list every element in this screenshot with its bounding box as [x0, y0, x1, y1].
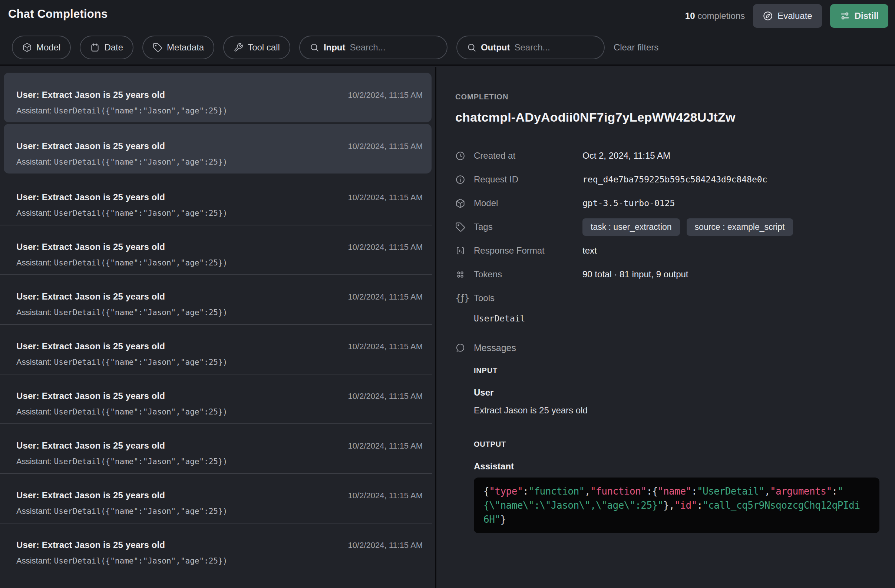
input-search-pill[interactable]: Input	[299, 36, 448, 59]
assistant-tool-call-code: {"type":"function","function":{"name":"U…	[474, 477, 880, 533]
clear-filters-button[interactable]: Clear filters	[614, 42, 658, 53]
list-item-user-text: User: Extract Jason is 25 years old	[16, 291, 165, 302]
output-heading: OUTPUT	[474, 440, 880, 449]
tag-chips: task : user_extraction source : example_…	[583, 218, 793, 236]
field-request-id: Request ID req_d4e7ba759225b595c584243d9…	[455, 168, 880, 191]
tag-icon	[455, 222, 474, 232]
completion-list-item[interactable]: User: Extract Jason is 25 years old 10/2…	[0, 423, 435, 473]
completion-list-item[interactable]: User: Extract Jason is 25 years old 10/2…	[0, 523, 435, 573]
filter-date-label: Date	[104, 42, 123, 53]
distill-label: Distill	[855, 11, 879, 21]
header-actions: 10 completions Evaluate Distill	[685, 4, 888, 28]
list-item-header: User: Extract Jason is 25 years old 10/2…	[16, 192, 423, 202]
search-icon	[309, 42, 319, 52]
completion-id-title: chatcmpl-ADyAodii0NF7ig7yLepWW428UJtZw	[455, 110, 880, 124]
function-braces-icon: {ƒ}	[455, 293, 474, 303]
response-format-value: text	[583, 246, 597, 256]
list-item-header: User: Extract Jason is 25 years old 10/2…	[16, 540, 423, 550]
field-model: Model gpt-3.5-turbo-0125	[455, 191, 880, 215]
list-item-assistant-text: Assistant: UserDetail({"name":"Jason","a…	[16, 258, 423, 268]
page-title: Chat Completions	[8, 8, 108, 21]
tag-chip: source : example_script	[687, 218, 793, 236]
input-search-field[interactable]	[350, 42, 437, 53]
completion-list-item[interactable]: User: Extract Jason is 25 years old 10/2…	[0, 473, 435, 523]
filter-tool-call-label: Tool call	[248, 42, 280, 53]
completion-list-item[interactable]: User: Extract Jason is 25 years old 10/2…	[4, 124, 432, 174]
list-item-assistant-text: Assistant: UserDetail({"name":"Jason","a…	[16, 407, 423, 417]
chat-bubble-icon	[455, 343, 474, 353]
filter-metadata[interactable]: Metadata	[143, 36, 214, 59]
filter-model[interactable]: Model	[12, 36, 71, 59]
header: Chat Completions 10 completions Evaluate…	[0, 0, 895, 66]
list-item-user-text: User: Extract Jason is 25 years old	[16, 90, 165, 100]
list-item-header: User: Extract Jason is 25 years old 10/2…	[16, 291, 423, 302]
list-item-timestamp: 10/2/2024, 11:15 AM	[348, 142, 423, 151]
input-heading: INPUT	[474, 366, 880, 375]
filter-model-label: Model	[36, 42, 61, 53]
list-item-header: User: Extract Jason is 25 years old 10/2…	[16, 341, 423, 352]
input-search-label: Input	[324, 42, 346, 53]
wrench-icon	[234, 42, 243, 52]
list-item-assistant-text: Assistant: UserDetail({"name":"Jason","a…	[16, 308, 423, 317]
field-label: Tags	[474, 222, 583, 232]
list-item-header: User: Extract Jason is 25 years old 10/2…	[16, 391, 423, 401]
completion-list-item[interactable]: User: Extract Jason is 25 years old 10/2…	[0, 374, 435, 423]
list-item-timestamp: 10/2/2024, 11:15 AM	[348, 441, 423, 451]
list-item-timestamp: 10/2/2024, 11:15 AM	[348, 342, 423, 352]
filter-bar: Model Date Metadata Tool call Input	[12, 36, 658, 59]
search-icon	[467, 42, 476, 52]
completion-fields: Created at Oct 2, 2024, 11:15 AM Request…	[455, 144, 880, 323]
tag-icon	[153, 42, 162, 52]
messages-content: INPUT User Extract Jason is 25 years old…	[474, 366, 880, 533]
completion-list-item[interactable]: User: Extract Jason is 25 years old 10/2…	[0, 274, 435, 324]
completion-list-item[interactable]: User: Extract Jason is 25 years old 10/2…	[0, 324, 435, 374]
code-brackets-icon	[455, 246, 474, 256]
created-at-value: Oct 2, 2024, 11:15 AM	[583, 150, 670, 161]
messages-section-header: Messages	[455, 340, 880, 355]
output-search-label: Output	[481, 42, 510, 53]
field-label: Tokens	[474, 269, 583, 280]
dots-grid-icon	[455, 270, 474, 280]
list-item-user-text: User: Extract Jason is 25 years old	[16, 391, 165, 401]
model-value: gpt-3.5-turbo-0125	[583, 199, 675, 208]
field-created-at: Created at Oct 2, 2024, 11:15 AM	[455, 144, 880, 168]
field-label: Request ID	[474, 174, 583, 185]
list-item-timestamp: 10/2/2024, 11:15 AM	[348, 391, 423, 401]
list-item-timestamp: 10/2/2024, 11:15 AM	[348, 541, 423, 550]
completions-list: User: Extract Jason is 25 years old 10/2…	[0, 67, 435, 588]
list-item-assistant-text: Assistant: UserDetail({"name":"Jason","a…	[16, 506, 423, 516]
output-search-pill[interactable]: Output	[457, 36, 605, 59]
evaluate-button[interactable]: Evaluate	[753, 4, 822, 28]
tokens-value: 90 total · 81 input, 9 output	[583, 269, 689, 280]
filter-metadata-label: Metadata	[167, 42, 204, 53]
assistant-role-label: Assistant	[474, 461, 880, 471]
messages-label: Messages	[474, 342, 516, 353]
completion-list-item[interactable]: User: Extract Jason is 25 years old 10/2…	[0, 225, 435, 274]
info-icon	[455, 174, 474, 185]
field-label: Response Format	[474, 246, 583, 256]
tools-value: UserDetail	[474, 314, 880, 323]
cube-icon	[455, 199, 474, 208]
completion-list-item[interactable]: User: Extract Jason is 25 years old 10/2…	[0, 175, 435, 225]
list-item-header: User: Extract Jason is 25 years old 10/2…	[16, 90, 423, 100]
completion-section-label: COMPLETION	[455, 93, 880, 101]
list-item-header: User: Extract Jason is 25 years old 10/2…	[16, 141, 423, 151]
distill-button[interactable]: Distill	[830, 4, 888, 28]
list-item-user-text: User: Extract Jason is 25 years old	[16, 192, 165, 202]
field-label: Tools	[474, 293, 583, 303]
list-item-assistant-text: Assistant: UserDetail({"name":"Jason","a…	[16, 157, 423, 167]
completion-list-item[interactable]: User: Extract Jason is 25 years old 10/2…	[4, 73, 432, 122]
completion-detail-panel: COMPLETION chatcmpl-ADyAodii0NF7ig7yLepW…	[436, 67, 895, 588]
output-search-field[interactable]	[514, 42, 594, 53]
list-item-user-text: User: Extract Jason is 25 years old	[16, 341, 165, 352]
list-item-assistant-text: Assistant: UserDetail({"name":"Jason","a…	[16, 457, 423, 467]
completions-count-number: 10	[685, 11, 695, 21]
user-role-label: User	[474, 388, 880, 398]
field-response-format: Response Format text	[455, 239, 880, 262]
filter-tool-call[interactable]: Tool call	[223, 36, 290, 59]
completions-count-label: completions	[695, 11, 745, 21]
list-item-timestamp: 10/2/2024, 11:15 AM	[348, 91, 423, 100]
list-item-timestamp: 10/2/2024, 11:15 AM	[348, 292, 423, 302]
list-item-assistant-text: Assistant: UserDetail({"name":"Jason","a…	[16, 208, 423, 218]
filter-date[interactable]: Date	[80, 36, 133, 59]
